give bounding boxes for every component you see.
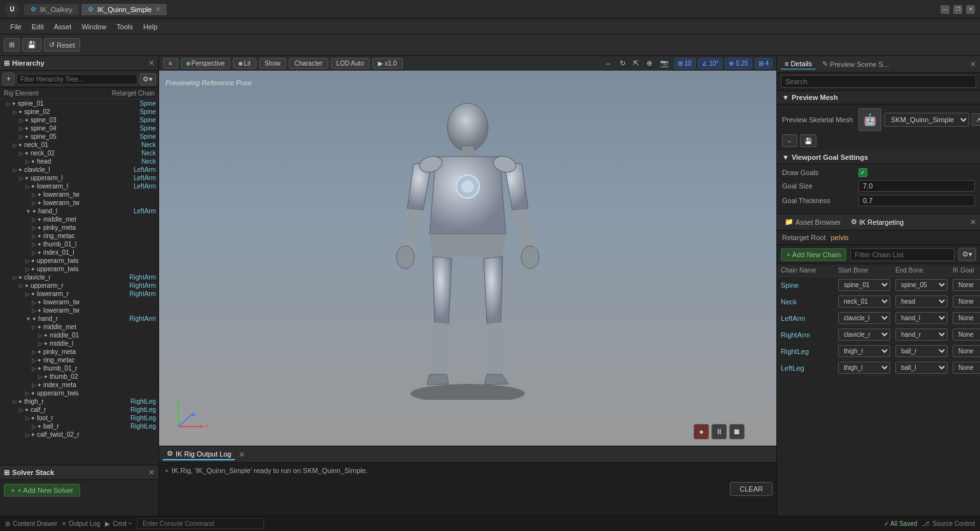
goal-size-input[interactable] [858,180,975,192]
vp-snap-icon[interactable]: ⊕ [644,58,655,69]
tree-item[interactable]: ▷ ✦ calf_twist_02_r [0,430,158,439]
menu-window[interactable]: Window [76,22,111,32]
pause-button[interactable]: ⏸ [711,424,727,439]
chain-settings-button[interactable]: ⚙▾ [958,248,976,261]
tree-item[interactable]: ▷ ✦ lowerarm_tw [0,190,158,199]
console-input[interactable] [137,518,264,529]
tree-item[interactable]: ▷ ✦ clavicle_l LeftArm [0,166,158,174]
tree-item[interactable]: ▷ ✦ thumb_01_r [0,364,158,372]
tree-item[interactable]: ▷ ✦ upperarm_twis [0,257,158,265]
mesh-back-icon[interactable]: ← [782,134,797,147]
ik-retargeting-tab[interactable]: ⚙ IK Retargeting [847,216,907,227]
end-bone-select[interactable]: ball_l [895,362,948,374]
ik-goal-select[interactable]: None [953,312,980,324]
vp-rotate-icon[interactable]: ↻ [617,58,628,69]
menu-tools[interactable]: Tools [111,22,138,32]
vp-angle-btn[interactable]: ∠ 10° [698,58,723,69]
hierarchy-close[interactable]: ✕ [148,59,155,67]
lod-button[interactable]: LOD Auto [331,58,370,69]
start-bone-select[interactable]: clavicle_l [838,312,890,324]
vp-screen-btn[interactable]: ⊞ 4 [755,58,773,69]
ik-goal-select[interactable]: None [953,329,980,341]
lit-button[interactable]: Lit [233,58,256,69]
content-drawer-button[interactable]: ⊞ Content Drawer [5,520,57,527]
vp-scale-icon[interactable]: ⇱ [631,58,641,69]
tree-item[interactable]: ▷ ✦ lowerarm_l LeftArm [0,182,158,190]
details-search-input[interactable] [781,75,976,88]
tree-item[interactable]: ▷ ✦ ring_metac [0,356,158,364]
tree-item[interactable]: ▷ ✦ upperarm_l LeftArm [0,174,158,182]
tree-item[interactable]: ▷ ✦ spine_04 Spine [0,124,158,132]
tree-item[interactable]: ▷ ✦ lowerarm_tw [0,199,158,207]
tab-ik-quinn[interactable]: ⚙ IK_Quinn_Simple ✕ [81,4,167,15]
menu-help[interactable]: Help [138,22,163,32]
record-button[interactable]: ● [694,424,709,439]
tree-item[interactable]: ▷ ✦ neck_01 Neck [0,141,158,149]
tab-details[interactable]: ≡ Details [781,59,816,69]
viewport[interactable]: ≡ Perspective Lit Show Character LOD Aut… [159,56,776,446]
cmd-button[interactable]: ▶ Cmd ~ [105,520,132,527]
tree-item[interactable]: ▷ ✦ middle_01 [0,331,158,339]
start-bone-select[interactable]: thigh_r [838,345,890,357]
menu-file[interactable]: File [5,22,27,32]
vp-zoom-btn[interactable]: ⊕ 0.25 [725,58,752,69]
mesh-browse-icon[interactable]: ↗ [972,113,980,126]
chain-search-input[interactable] [850,248,955,261]
vp-camera-icon[interactable]: 📷 [657,58,671,69]
start-bone-select[interactable]: spine_01 [838,279,890,291]
new-button[interactable]: ⊞ [4,38,20,52]
tree-item[interactable]: ▼ ✦ hand_l LeftArm [0,207,158,215]
tree-item[interactable]: ▷ ✦ upperarm_twis [0,389,158,397]
start-bone-select[interactable]: clavicle_r [838,329,890,341]
close-button[interactable]: ✕ [966,5,975,14]
tree-item[interactable]: ▷ ✦ index_01_l [0,248,158,257]
tree-item[interactable]: ▷ ✦ spine_01 Spine [0,99,158,108]
tree-item[interactable]: ▷ ✦ head Neck [0,157,158,166]
tree-item[interactable]: ▷ ✦ lowerarm_r RightArm [0,290,158,298]
maximize-button[interactable]: ❐ [953,5,962,14]
tree-item[interactable]: ▷ ✦ clavicle_r RightArm [0,273,158,281]
mesh-select[interactable]: SKM_Quinn_Simple [884,113,969,127]
start-bone-select[interactable]: thigh_l [838,362,890,374]
end-bone-select[interactable]: spine_05 [895,279,948,291]
menu-edit[interactable]: Edit [27,22,49,32]
tree-item[interactable]: ▷ ✦ ball_r RightLeg [0,422,158,430]
tree-item[interactable]: ▷ ✦ lowerarm_tw [0,298,158,306]
tab-ik-olkey[interactable]: ⚙ IK_Oalkey [24,4,79,15]
viewport-goals-section[interactable]: ▼ Viewport Goal Settings [777,151,980,164]
tree-item[interactable]: ▷ ✦ middle_met [0,323,158,331]
draw-goals-checkbox[interactable]: ✓ [858,168,867,177]
tree-item[interactable]: ▷ ✦ ring_metac [0,232,158,240]
minimize-button[interactable]: — [941,5,949,14]
menu-asset[interactable]: Asset [49,22,77,32]
tree-item[interactable]: ▷ ✦ index_meta [0,381,158,389]
ik-goal-select[interactable]: None [953,362,980,374]
tree-item[interactable]: ▼ ✦ hand_r RightArm [0,315,158,323]
asset-browser-tab[interactable]: 📁 Asset Browser [781,216,844,227]
tree-item[interactable]: ▷ ✦ foot_r RightLeg [0,414,158,422]
perspective-button[interactable]: Perspective [181,58,230,69]
tree-item[interactable]: ▷ ✦ middle_l [0,339,158,348]
goal-thickness-input[interactable] [858,195,975,206]
output-log-button[interactable]: ≡ Output Log [62,520,100,527]
tree-item[interactable]: ▷ ✦ thumb_02 [0,372,158,381]
tree-item[interactable]: ▷ ✦ spine_05 Spine [0,132,158,141]
tree-item[interactable]: ▷ ✦ spine_03 Spine [0,116,158,124]
tree-item[interactable]: ▷ ✦ upperarm_r RightArm [0,281,158,290]
tab-preview-scene[interactable]: ✎ Preview Scene S... [818,59,893,69]
clear-button[interactable]: CLEAR [730,482,773,496]
log-close[interactable]: ✕ [239,450,245,459]
play-speed-button[interactable]: ▶ x1.0 [372,58,403,69]
tree-item[interactable]: ▷ ✦ middle_met [0,215,158,223]
add-chain-button[interactable]: + Add New Chain [781,248,846,261]
hierarchy-search[interactable] [17,74,137,85]
add-bone-button[interactable]: + [3,73,15,85]
add-solver-button[interactable]: + + Add New Solver [4,484,80,497]
tree-item[interactable]: ▷ ✦ calf_r RightLeg [0,406,158,414]
ik-panel-close[interactable]: ✕ [970,218,976,227]
end-bone-select[interactable]: hand_l [895,312,948,324]
tree-item[interactable]: ▷ ✦ thigh_r RightLeg [0,397,158,406]
log-tab-ikrig[interactable]: ⚙ IK Rig Output Log [163,448,235,460]
end-bone-select[interactable]: hand_r [895,329,948,341]
vp-translate-icon[interactable]: ↔ [603,59,615,69]
